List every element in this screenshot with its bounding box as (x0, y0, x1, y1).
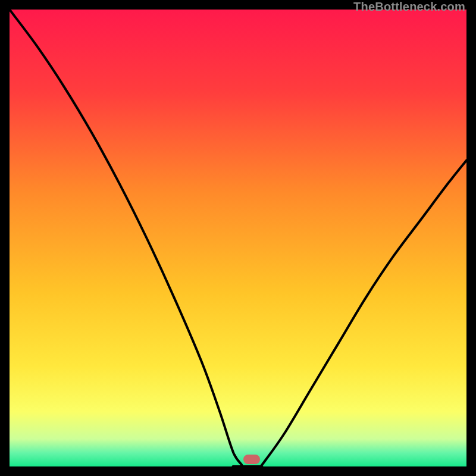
curve-path (10, 10, 466, 466)
watermark-text: TheBottleneck.com (353, 0, 465, 14)
bottleneck-curve (10, 10, 466, 466)
optimal-point-marker (243, 455, 260, 464)
chart-frame: TheBottleneck.com (0, 0, 476, 476)
plot-area (10, 10, 466, 466)
